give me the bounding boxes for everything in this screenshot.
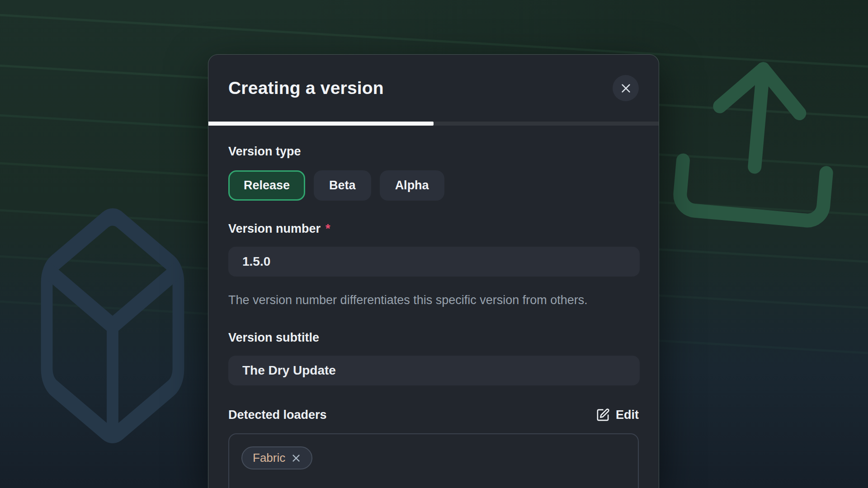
required-asterisk: * (326, 222, 330, 236)
detected-loaders-header: Detected loaders Edit (228, 408, 639, 422)
version-subtitle-label: Version subtitle (228, 331, 639, 345)
version-type-options: Release Beta Alpha (228, 170, 639, 201)
version-type-label: Version type (228, 145, 639, 159)
step-progress-fill (208, 122, 434, 126)
loader-chip-label: Fabric (253, 451, 285, 465)
version-subtitle-section: Version subtitle (228, 331, 639, 385)
version-number-label: Version number (228, 222, 321, 236)
detected-loaders-box: Fabric (228, 433, 639, 488)
remove-loader-button[interactable] (291, 453, 301, 463)
detected-loaders-label: Detected loaders (228, 408, 327, 422)
loader-chip-fabric: Fabric (241, 446, 312, 469)
package-cube-icon (25, 195, 200, 456)
close-icon (620, 82, 632, 94)
version-type-alpha-button[interactable]: Alpha (380, 170, 444, 201)
close-button[interactable] (613, 75, 639, 101)
version-number-input[interactable] (228, 247, 640, 277)
edit-label: Edit (616, 408, 639, 422)
remove-x-icon (291, 453, 301, 463)
modal-header: Creating a version (208, 55, 659, 122)
version-subtitle-input[interactable] (228, 356, 640, 385)
upload-arrow-icon (653, 36, 861, 248)
step-progress-track (208, 122, 659, 126)
version-type-beta-button[interactable]: Beta (314, 170, 371, 201)
version-type-release-button[interactable]: Release (228, 170, 305, 201)
version-number-helper-text: The version number differentiates this s… (228, 290, 626, 310)
create-version-modal: Creating a version Version type Release … (208, 54, 659, 488)
modal-title: Creating a version (228, 78, 384, 98)
version-type-section: Version type Release Beta Alpha (228, 145, 639, 201)
edit-pencil-icon (596, 408, 610, 422)
modal-body: Version type Release Beta Alpha Version … (208, 126, 659, 488)
version-number-section: Version number * The version number diff… (228, 222, 639, 310)
edit-loaders-button[interactable]: Edit (596, 408, 639, 422)
